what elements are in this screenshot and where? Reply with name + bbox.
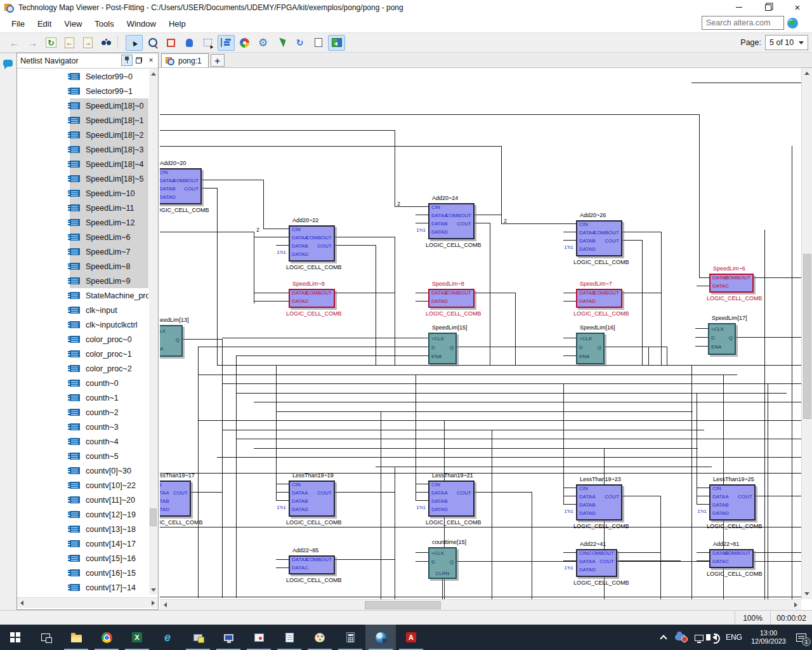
taskbar-acrobat[interactable]: A — [396, 625, 426, 650]
clock[interactable]: 13:00 12/09/2023 — [747, 625, 790, 650]
logic-cell-block[interactable]: >CLKDQENA — [160, 325, 183, 357]
netlist-navigator-toggle-button[interactable] — [218, 35, 235, 51]
selection-tool-button[interactable] — [126, 35, 143, 51]
tray-expand-button[interactable] — [657, 625, 671, 650]
previous-page-button[interactable]: ← — [61, 35, 78, 51]
forward-button[interactable]: → — [24, 35, 41, 51]
netlist-item[interactable]: Selector99~0 — [70, 69, 148, 84]
taskbar-my-computer[interactable] — [213, 625, 244, 650]
menu-window[interactable]: Window — [121, 17, 162, 31]
schematic-canvas[interactable]: 222Add20~20CINDATAACOMBOUTDATABCOUTDATAD… — [160, 68, 801, 599]
scroll-down-icon[interactable] — [151, 588, 156, 592]
logic-cell-block[interactable]: CINDATAACOUTDATABDATAD — [709, 484, 756, 521]
logic-cell-block[interactable]: DATABCOMBOUTDATAD — [289, 289, 335, 308]
netlist-item[interactable]: color_proc~0 — [70, 332, 148, 347]
scroll-right-icon[interactable] — [794, 602, 797, 607]
restore-button[interactable] — [754, 0, 783, 15]
tab-pong[interactable]: pong:1 — [161, 53, 209, 67]
netlist-item[interactable]: SpeedLim~6 — [70, 230, 148, 244]
messages-panel-icon[interactable] — [3, 60, 13, 67]
taskbar-paint[interactable] — [304, 625, 335, 650]
area-select-button[interactable] — [199, 35, 216, 51]
netlist-item[interactable]: countv[14]~17 — [70, 536, 148, 551]
new-tab-button[interactable]: + — [211, 54, 225, 67]
menu-edit[interactable]: Edit — [31, 17, 58, 31]
panel-vscrollbar[interactable] — [149, 69, 158, 595]
viewer-settings-button[interactable]: ⚙ — [254, 35, 272, 51]
next-page-button[interactable]: → — [79, 35, 96, 51]
menu-help[interactable]: Help — [162, 17, 192, 31]
logic-cell-block[interactable]: DATABCOMBOUTDATAC — [709, 549, 754, 568]
netlist-item[interactable]: counth~2 — [70, 405, 148, 420]
close-button[interactable]: × — [783, 0, 812, 15]
netlist-item[interactable]: countv[13]~18 — [70, 522, 148, 536]
netlist-item[interactable]: SpeedLim~11 — [70, 201, 148, 215]
float-panel-button[interactable] — [133, 55, 145, 66]
taskbar-notepad[interactable] — [274, 625, 304, 650]
logic-cell-block[interactable]: DATABCOMBOUTDATAD — [576, 289, 622, 308]
netlist-item[interactable]: countv[16]~15 — [70, 566, 148, 580]
netlist-item[interactable]: countv[17]~14 — [70, 580, 148, 595]
taskbar-internet-explorer[interactable]: e — [152, 625, 183, 650]
back-button[interactable]: ← — [6, 35, 23, 51]
volume-tray-icon[interactable] — [708, 625, 721, 650]
menu-file[interactable]: File — [5, 17, 31, 31]
netlist-item[interactable]: StateMachine_proc — [70, 288, 148, 303]
scroll-left-icon[interactable] — [20, 600, 23, 606]
netlist-item[interactable]: SpeedLim[18]~0 — [70, 98, 148, 113]
scroll-up-icon[interactable] — [151, 72, 156, 76]
netlist-item[interactable]: countv[15]~16 — [70, 551, 148, 566]
logic-cell-block[interactable]: DATABCOMBOUTDATAD — [428, 289, 475, 308]
orientation-button[interactable]: ↻ — [291, 35, 308, 51]
taskbar-file-explorer[interactable] — [61, 625, 91, 650]
netlist-item[interactable]: counth~1 — [70, 390, 148, 405]
fit-view-button[interactable] — [162, 35, 180, 51]
netlist-item[interactable]: SpeedLim[18]~2 — [70, 128, 148, 142]
logic-cell-block[interactable]: >CLKDQENA — [428, 333, 457, 364]
netlist-item[interactable]: Selector99~1 — [70, 84, 148, 98]
netlist-item[interactable]: countv[10]~22 — [70, 478, 148, 493]
pan-tool-button[interactable] — [181, 35, 198, 51]
birds-eye-view-button[interactable] — [273, 35, 290, 51]
panel-layout-toggle-button[interactable] — [328, 35, 345, 51]
minimize-button[interactable] — [724, 0, 754, 15]
logic-cell-block[interactable]: >CLKDQENA — [708, 323, 736, 355]
canvas-hscroll-thumb[interactable] — [365, 601, 441, 609]
logic-cell-block[interactable]: DATABCOMBOUTDATAC — [709, 274, 754, 293]
canvas-hscrollbar[interactable] — [160, 599, 801, 610]
netlist-item[interactable]: countv[12]~19 — [70, 507, 148, 522]
network-tray-icon[interactable] — [690, 625, 708, 650]
panel-vscroll-thumb[interactable] — [150, 508, 157, 526]
scroll-up-icon[interactable] — [804, 72, 809, 75]
taskbar-screen-recorder[interactable] — [244, 625, 274, 650]
canvas-vscroll-thumb[interactable] — [803, 254, 811, 419]
logic-cell-block[interactable]: DATAACOMBOUTDATAC — [289, 555, 335, 574]
netlist-item[interactable]: SpeedLim~10 — [70, 186, 148, 201]
netlist-item[interactable]: counth~0 — [70, 376, 148, 390]
netlist-item[interactable]: countv[11]~20 — [70, 493, 148, 507]
netlist-item[interactable]: SpeedLim[18]~1 — [70, 113, 148, 128]
netlist-item[interactable]: SpeedLim[18]~4 — [70, 157, 148, 171]
netlist-item[interactable]: SpeedLim~7 — [70, 244, 148, 259]
scroll-right-icon[interactable] — [152, 600, 155, 606]
color-settings-button[interactable] — [236, 35, 253, 51]
logic-cell-block[interactable]: CINDATAACOUTDATABDATAD — [428, 481, 475, 517]
logic-cell-block[interactable]: CINDATAACOUTDATABDATAD — [289, 481, 335, 517]
netlist-item[interactable]: clk~inputclkctrl — [70, 317, 148, 332]
page-dropdown[interactable]: 5 of 10 — [765, 35, 808, 50]
pin-panel-button[interactable] — [121, 55, 133, 66]
logic-cell-block[interactable]: CINDATAACOUTDATABDATAD — [576, 484, 622, 521]
logic-cell-block[interactable]: CINDATAACOMBOUTDATABCOUTDATAD — [160, 168, 202, 204]
logic-cell-block[interactable]: >CLKDQENA — [576, 333, 605, 364]
netlist-item[interactable]: SpeedLim~8 — [70, 259, 148, 274]
taskbar-calculator[interactable] — [335, 625, 365, 650]
netlist-item[interactable]: SpeedLim~12 — [70, 215, 148, 230]
netlist-item[interactable]: counth~4 — [70, 434, 148, 449]
logic-cell-block[interactable]: >CLKDQCLRN — [428, 547, 457, 579]
netlist-item[interactable]: counth~5 — [70, 449, 148, 463]
taskbar-start[interactable] — [0, 625, 30, 650]
export-page-button[interactable] — [310, 35, 327, 51]
netlist-item[interactable]: SpeedLim[18]~3 — [70, 142, 148, 157]
search-input[interactable] — [702, 16, 784, 30]
menu-tools[interactable]: Tools — [88, 17, 120, 31]
